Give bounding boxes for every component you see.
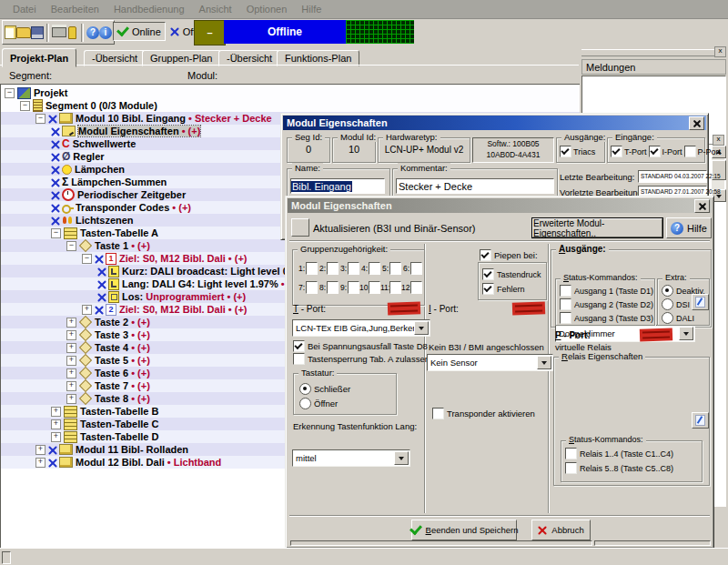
- iport-checkbox[interactable]: [649, 146, 661, 157]
- aktualisieren-button[interactable]: [291, 218, 309, 237]
- gruppen-field-input[interactable]: [348, 281, 359, 294]
- fehlern-checkbox[interactable]: [482, 283, 494, 295]
- tree-toggle-icon[interactable]: +: [35, 458, 46, 468]
- save-icon[interactable]: [31, 23, 44, 42]
- chevron-down-icon[interactable]: [414, 321, 429, 335]
- online-button[interactable]: Online: [113, 22, 166, 41]
- relais58-checkbox[interactable]: [565, 462, 577, 474]
- tport-peripherie-dropdown[interactable]: LCN-TEx EIB Gira,Jung,Berker,Leg: [292, 319, 430, 337]
- name-field[interactable]: Bibl. Eingang: [290, 178, 385, 194]
- ausgang1-checkbox[interactable]: [560, 285, 571, 297]
- file-toolbar: ? i: [2, 20, 115, 45]
- tree-toggle-icon[interactable]: +: [35, 445, 46, 455]
- open-folder-icon[interactable]: [16, 23, 31, 42]
- gruppen-field-input[interactable]: [389, 262, 401, 275]
- dsi-radio[interactable]: [662, 298, 673, 310]
- help-icon[interactable]: ?: [86, 23, 99, 42]
- close-icon[interactable]: x: [713, 135, 724, 146]
- dialog-titlebar[interactable]: Modul Eigenschaften: [283, 116, 706, 130]
- pport-checkbox[interactable]: [684, 146, 696, 157]
- tree-toggle-icon[interactable]: +: [66, 381, 76, 391]
- kommentar-field[interactable]: Stecker + Decke: [396, 178, 554, 194]
- save-button[interactable]: Beenden und Speichern: [411, 520, 517, 540]
- bus-activity-display: [346, 20, 414, 44]
- tree-toggle-icon[interactable]: −: [35, 114, 46, 124]
- tree-item-label: Regler: [73, 151, 104, 162]
- ausgang2-checkbox[interactable]: [560, 298, 571, 310]
- gruppen-field-input[interactable]: [327, 262, 339, 275]
- deaktiv-radio[interactable]: [662, 285, 673, 297]
- tree-toggle-icon[interactable]: −: [51, 228, 61, 238]
- spannungsausfall-label: Bei Spannungsausfall Taste D8: [308, 341, 428, 351]
- tree-toggle-icon[interactable]: +: [66, 368, 76, 378]
- tree-toggle-icon[interactable]: +: [51, 419, 61, 429]
- info-icon[interactable]: i: [99, 23, 112, 42]
- chevron-down-icon[interactable]: [394, 451, 409, 465]
- tree-toggle-icon[interactable]: −: [20, 101, 30, 111]
- button-icon: [79, 367, 92, 379]
- tree-item[interactable]: −Segment 0 (0/3 Module): [1, 99, 580, 112]
- menu-hilfe[interactable]: Hilfe: [294, 2, 329, 16]
- tport-checkbox[interactable]: [611, 146, 622, 157]
- tree-toggle-icon[interactable]: +: [66, 343, 76, 353]
- tastensperrung-checkbox[interactable]: [293, 353, 305, 365]
- gruppen-field-input[interactable]: [306, 262, 318, 275]
- tree-toggle-icon[interactable]: +: [66, 356, 76, 366]
- ausgang3-checkbox[interactable]: [560, 312, 571, 324]
- tree-toggle-icon[interactable]: −: [5, 88, 15, 98]
- tastendruck-checkbox[interactable]: [482, 268, 494, 280]
- piepen-checkbox[interactable]: [480, 249, 491, 261]
- plug-icon[interactable]: [66, 23, 78, 42]
- iport-section-label: I - Port:: [429, 304, 459, 314]
- status-kommandos-caption: Status-Kommandos:: [566, 435, 646, 444]
- erweiterte-button[interactable]: Erweiterte Modul-Eigenschaften..: [531, 217, 663, 238]
- cancel-button[interactable]: Abbruch: [531, 520, 591, 540]
- tab-projekt-plan[interactable]: Projekt-Plan: [2, 48, 76, 67]
- spannungsausfall-checkbox[interactable]: [293, 340, 305, 352]
- hilfe-button[interactable]: ?Hilfe: [666, 217, 712, 238]
- tree-toggle-icon[interactable]: +: [66, 394, 76, 404]
- menu-ansicht[interactable]: Ansicht: [192, 2, 239, 16]
- print-icon[interactable]: [52, 23, 66, 42]
- gruppen-field-input[interactable]: [327, 281, 339, 294]
- menu-datei[interactable]: Datei: [5, 2, 44, 16]
- chevron-down-icon[interactable]: [537, 356, 551, 369]
- menu-bearbeiten[interactable]: Bearbeiten: [44, 2, 106, 16]
- tree-toggle-icon[interactable]: +: [51, 407, 61, 417]
- button-icon: [79, 392, 92, 405]
- tree-item[interactable]: −Projekt: [1, 86, 580, 99]
- oeffner-label: Öffner: [314, 399, 338, 409]
- dali-radio[interactable]: [662, 312, 673, 324]
- gruppen-field-input[interactable]: [348, 262, 359, 275]
- new-file-icon[interactable]: [5, 23, 16, 42]
- gruppen-field-input[interactable]: [389, 281, 401, 294]
- menu-handbedienung[interactable]: Handbedienung: [106, 2, 192, 16]
- gruppen-field-input[interactable]: [410, 262, 422, 275]
- gruppen-field-input[interactable]: [306, 281, 318, 294]
- gruppen-field-input[interactable]: [369, 262, 380, 275]
- oeffner-radio[interactable]: [299, 398, 311, 409]
- gruppen-field-input[interactable]: [410, 281, 422, 294]
- tree-toggle-icon[interactable]: +: [51, 432, 61, 442]
- gruppen-field-input[interactable]: [369, 281, 380, 294]
- button-icon: [79, 316, 92, 328]
- dialog-titlebar[interactable]: Modul Eigenschaften: [288, 198, 712, 213]
- tree-toggle-icon[interactable]: +: [66, 330, 76, 340]
- transponder-checkbox[interactable]: [432, 408, 444, 419]
- relais14-checkbox[interactable]: [565, 448, 577, 459]
- menu-optionen[interactable]: Optionen: [239, 2, 295, 16]
- iport-sensor-dropdown[interactable]: Kein Sensor: [427, 354, 553, 371]
- module-properties-dialog-main: Modul Eigenschaften Aktualisieren (B3I u…: [285, 196, 714, 549]
- tree-toggle-icon[interactable]: −: [82, 254, 92, 264]
- erkennung-dropdown[interactable]: mittel: [292, 449, 410, 467]
- schliesser-radio[interactable]: [299, 383, 311, 395]
- blue-x-icon: [48, 446, 56, 454]
- tree-toggle-icon[interactable]: −: [66, 241, 76, 251]
- tree-toggle-icon[interactable]: +: [66, 318, 76, 328]
- triacs-checkbox[interactable]: [560, 146, 571, 157]
- tree-toggle-icon[interactable]: +: [82, 305, 92, 315]
- panel-gripper[interactable]: x: [581, 49, 726, 56]
- close-button[interactable]: [689, 116, 704, 130]
- close-icon[interactable]: x: [714, 46, 726, 57]
- close-button[interactable]: [694, 199, 710, 213]
